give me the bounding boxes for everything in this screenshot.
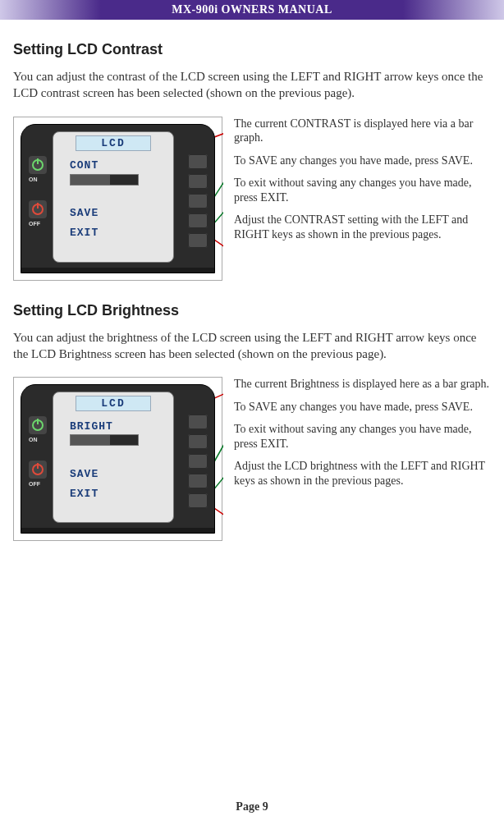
softkey-5[interactable] (188, 233, 208, 248)
off-label: OFF (29, 221, 47, 227)
note-contrast-bargraph: The current CONTRAST is displayed here v… (234, 117, 489, 145)
annotations-contrast: The current CONTRAST is displayed here v… (234, 117, 489, 281)
on-label: ON (29, 176, 47, 182)
softkey-4b[interactable] (188, 474, 208, 488)
off-label-2: OFF (29, 481, 47, 487)
page-footer: Page 9 (0, 800, 504, 814)
softkey-1[interactable] (188, 154, 208, 169)
note-contrast-adjust: Adjust the CONTRAST setting with the LEF… (234, 213, 489, 241)
lcd-row-save-2: SAVE (53, 464, 173, 484)
note-brightness-bargraph: The current Brightness is displayed here… (234, 377, 489, 392)
figure-contrast: ON OFF LCD CONT SAVE EXIT (13, 117, 489, 281)
lcd-row-save: SAVE (53, 204, 173, 223)
header-bar: MX-900i OWNERS MANUAL (0, 0, 504, 20)
note-brightness-exit: To exit without saving any changes you h… (234, 422, 489, 451)
lcd-row-exit-2: EXIT (53, 484, 173, 503)
note-contrast-save: To SAVE any changes you have made, press… (234, 154, 489, 168)
remote-panel-brightness: ON OFF LCD BRIGHT SAVE EXIT (13, 377, 222, 541)
remote-panel-contrast: ON OFF LCD CONT SAVE EXIT (13, 117, 222, 281)
softkey-4[interactable] (188, 213, 208, 228)
note-brightness-save: To SAVE any changes you have made, press… (234, 400, 489, 415)
section1-paragraph: You can adjust the contrast of the LCD s… (13, 68, 489, 102)
lcd-title: LCD (76, 135, 151, 151)
header-title: MX-900i OWNERS MANUAL (172, 3, 332, 16)
softkey-5b[interactable] (188, 493, 208, 508)
lcd-row-blank (53, 184, 173, 204)
note-contrast-exit: To exit without saving any changes you h… (234, 176, 489, 204)
annotations-brightness: The current Brightness is displayed here… (234, 377, 489, 541)
remote-body-2: ON OFF LCD BRIGHT SAVE EXIT (21, 384, 215, 534)
section2-heading: Setting LCD Brightness (13, 302, 489, 319)
lcd-screen: LCD CONT SAVE EXIT (53, 131, 174, 263)
lcd-row-blank-2 (53, 444, 173, 464)
softkey-3[interactable] (188, 194, 208, 209)
power-on[interactable]: ON (29, 156, 47, 182)
softkey-2[interactable] (188, 174, 208, 189)
note-brightness-adjust: Adjust the LCD brightness with the LEFT … (234, 459, 489, 488)
section2-paragraph: You can adjust the brightness of the LCD… (13, 329, 489, 363)
lcd-row-cont: CONT (53, 156, 173, 176)
power-off[interactable]: OFF (29, 200, 47, 227)
remote-body: ON OFF LCD CONT SAVE EXIT (21, 124, 215, 273)
softkey-3b[interactable] (188, 454, 208, 469)
lcd-screen-2: LCD BRIGHT SAVE EXIT (53, 392, 174, 523)
lcd-row-exit: EXIT (53, 223, 173, 243)
section1-heading: Setting LCD Contrast (13, 41, 489, 58)
softkey-1b[interactable] (188, 415, 208, 429)
lcd-title-2: LCD (76, 396, 151, 411)
power-off-2[interactable]: OFF (29, 461, 47, 487)
softkey-2b[interactable] (188, 434, 208, 449)
figure-brightness: ON OFF LCD BRIGHT SAVE EXIT (13, 377, 489, 541)
power-on-2[interactable]: ON (29, 416, 47, 442)
lcd-row-bright: BRIGHT (53, 416, 173, 436)
on-label-2: ON (29, 437, 47, 442)
